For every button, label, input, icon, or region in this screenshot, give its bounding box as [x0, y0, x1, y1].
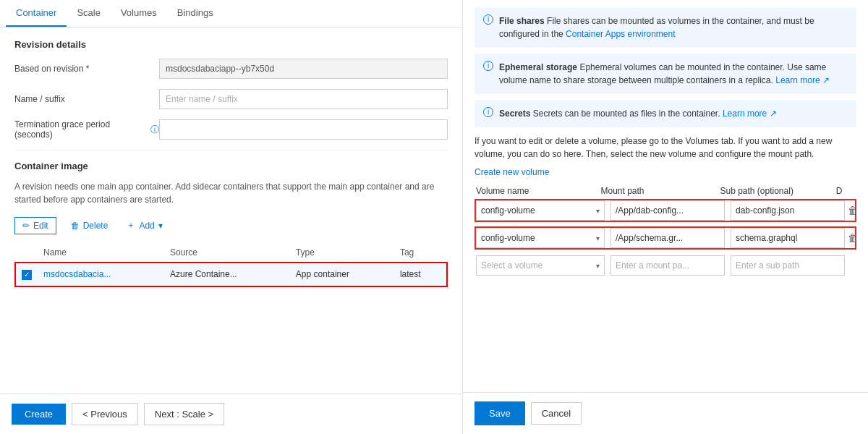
left-content: Revision details Based on revision * Nam… [0, 27, 462, 393]
col-header-tag: Tag [394, 243, 447, 263]
form-row-revision: Based on revision * [14, 59, 448, 79]
checkbox-check-icon: ✓ [24, 271, 30, 278]
label-termination: Termination grace period (seconds) ⓘ [14, 119, 159, 140]
volume-row-empty: Select a volume ▾ 🗑 [475, 254, 856, 277]
volume-select-2-value: config-volume [481, 233, 535, 243]
info-icon-termination: ⓘ [150, 124, 159, 136]
row-checkbox-cell[interactable]: ✓ [15, 263, 38, 286]
previous-button[interactable]: < Previous [72, 403, 138, 425]
bottom-bar-left: Create < Previous Next : Scale > [0, 393, 462, 434]
row-source: Azure Containe... [164, 263, 290, 286]
secrets-text: Secrets can be mounted as files in the c… [533, 109, 723, 119]
mount-path-empty[interactable] [610, 255, 725, 276]
info-box-ephemeral: i Ephemeral storage Ephemeral volumes ca… [475, 54, 856, 94]
volume-row-1: config-volume ▾ 🗑 [475, 199, 856, 222]
col-header-delete: D [836, 186, 856, 196]
info-text-ephemeral: Ephemeral storage Ephemeral volumes can … [499, 61, 848, 87]
row-name: msdocsdabacia... [38, 263, 164, 286]
info-icon-file-shares: i [483, 14, 493, 25]
col-header-checkbox [15, 243, 38, 263]
row-type: App container [290, 263, 394, 286]
info-text-secrets: Secrets Secrets can be mounted as files … [499, 107, 777, 120]
edit-pencil-icon: ✏ [22, 221, 30, 231]
volumes-table-area: Volume name Mount path Sub path (optiona… [475, 186, 856, 277]
info-text-file-shares: File shares File shares can be mounted a… [499, 14, 848, 41]
volume-row-2: config-volume ▾ 🗑 [475, 226, 856, 250]
form-row-name-suffix: Name / suffix [14, 89, 448, 109]
add-plus-icon: ＋ [127, 219, 135, 231]
delete-row-1-button[interactable]: 🗑 [848, 200, 858, 221]
label-name-suffix: Name / suffix [14, 94, 159, 104]
col-header-name: Name [38, 243, 164, 263]
col-header-volume-name: Volume name [475, 186, 601, 196]
secrets-title: Secrets [499, 109, 530, 119]
info-icon-secrets: i [483, 107, 493, 117]
info-box-secrets: i Secrets Secrets can be mounted as file… [475, 100, 856, 127]
tab-container[interactable]: Container [6, 0, 67, 27]
container-image-section: Container image A revision needs one mai… [14, 161, 448, 287]
input-name-suffix[interactable] [159, 89, 448, 109]
right-panel: i File shares File shares can be mounted… [463, 0, 868, 434]
delete-button[interactable]: 🗑 Delete [67, 218, 113, 234]
row-checkbox[interactable]: ✓ [22, 270, 32, 280]
add-chevron-icon: ▾ [158, 221, 163, 231]
left-panel: Container Scale Volumes Bindings Revisio… [0, 0, 463, 434]
edit-button[interactable]: ✏ Edit [14, 217, 56, 234]
tab-bindings[interactable]: Bindings [167, 0, 224, 27]
volumes-table-header: Volume name Mount path Sub path (optiona… [475, 186, 856, 196]
container-name-link[interactable]: msdocsdabacia... [43, 269, 111, 279]
ephemeral-title: Ephemeral storage [499, 62, 577, 72]
tab-scale[interactable]: Scale [67, 0, 111, 27]
next-button[interactable]: Next : Scale > [144, 403, 224, 425]
cancel-button[interactable]: Cancel [531, 402, 582, 425]
container-toolbar: ✏ Edit 🗑 Delete ＋ Add ▾ [14, 216, 448, 234]
info-box-file-shares: i File shares File shares can be mounted… [475, 7, 856, 48]
mount-path-2[interactable] [610, 228, 725, 248]
create-button[interactable]: Create [12, 404, 66, 425]
divider [14, 150, 448, 150]
right-content: i File shares File shares can be mounted… [463, 0, 868, 392]
volume-select-empty-placeholder: Select a volume [481, 260, 542, 271]
volume-select-2[interactable]: config-volume ▾ [476, 228, 605, 248]
input-based-on-revision [159, 59, 448, 79]
container-image-title: Container image [14, 161, 448, 171]
volume-select-2-chevron: ▾ [596, 234, 600, 242]
info-icon-ephemeral: i [483, 61, 493, 71]
volume-select-1[interactable]: config-volume ▾ [476, 200, 605, 221]
volumes-info-text: If you want to edit or delete a volume, … [475, 135, 856, 161]
input-termination[interactable] [159, 119, 448, 140]
sub-path-empty[interactable] [731, 255, 845, 276]
container-apps-env-link[interactable]: Container Apps environment [566, 29, 675, 39]
tab-bar: Container Scale Volumes Bindings [0, 0, 462, 27]
revision-section-title: Revision details [14, 39, 448, 50]
row-tag: latest [394, 263, 447, 286]
form-row-termination: Termination grace period (seconds) ⓘ [14, 119, 448, 140]
col-header-source: Source [164, 243, 290, 263]
table-row: ✓ msdocsdabacia... Azure Containe... App… [15, 263, 447, 286]
secrets-learn-more-link[interactable]: Learn more ↗ [723, 109, 777, 119]
add-button[interactable]: ＋ Add ▾ [122, 216, 166, 234]
bottom-bar-right: Save Cancel [463, 392, 868, 434]
save-button[interactable]: Save [475, 401, 525, 425]
delete-row-2-button[interactable]: 🗑 [848, 228, 858, 248]
ephemeral-learn-more-link[interactable]: Learn more ↗ [775, 75, 830, 85]
mount-path-1[interactable] [610, 200, 725, 221]
label-based-on-revision: Based on revision * [14, 64, 159, 74]
create-new-volume-link[interactable]: Create new volume [475, 167, 549, 177]
tab-volumes[interactable]: Volumes [111, 0, 167, 27]
containers-table: Name Source Type Tag ✓ [14, 243, 448, 287]
volume-select-1-chevron: ▾ [596, 207, 600, 215]
container-image-desc: A revision needs one main app container.… [14, 180, 448, 206]
col-header-type: Type [290, 243, 394, 263]
volume-select-empty-chevron: ▾ [596, 262, 600, 270]
volume-select-empty[interactable]: Select a volume ▾ [476, 255, 605, 276]
sub-path-2[interactable] [731, 228, 845, 248]
file-shares-title: File shares [499, 16, 545, 26]
volume-select-1-value: config-volume [481, 205, 535, 216]
col-header-mount-path: Mount path [601, 186, 720, 196]
delete-trash-icon: 🗑 [71, 221, 80, 231]
col-header-sub-path: Sub path (optional) [720, 186, 835, 196]
sub-path-1[interactable] [731, 200, 845, 221]
